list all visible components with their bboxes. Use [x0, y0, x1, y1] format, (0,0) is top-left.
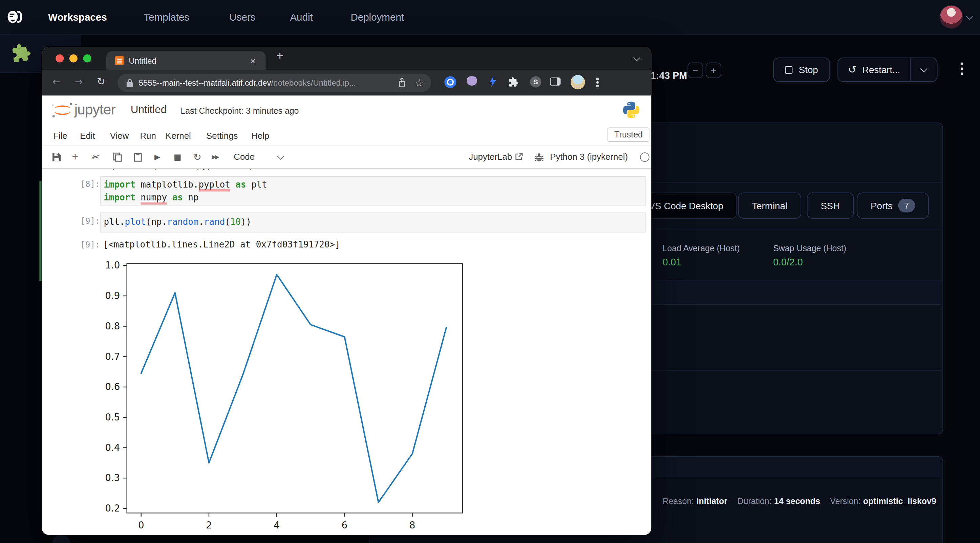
- debugger-bug-icon[interactable]: [535, 152, 544, 162]
- add-cell-button[interactable]: +: [72, 146, 78, 168]
- stat-value: 0.0/2.0: [773, 257, 803, 268]
- menu-help[interactable]: Help: [251, 125, 269, 146]
- forward-button[interactable]: →: [75, 76, 83, 87]
- external-link-icon[interactable]: [515, 152, 523, 160]
- kernel-status-icon: [640, 152, 649, 162]
- side-panel-icon[interactable]: [550, 78, 560, 86]
- workspace-time: 11:43 PM: [646, 70, 687, 81]
- zoom-out-button[interactable]: −: [687, 63, 703, 78]
- run-cell-button[interactable]: ▶: [154, 146, 160, 168]
- new-tab-button[interactable]: +: [276, 49, 284, 63]
- stop-workspace-button[interactable]: Stop: [773, 57, 830, 82]
- save-button[interactable]: [52, 146, 61, 168]
- stat-value: 0.01: [662, 257, 681, 268]
- browser-tab[interactable]: Untitled ×: [106, 51, 266, 70]
- reload-button[interactable]: ↻: [97, 76, 105, 87]
- notebook-title[interactable]: Untitled: [131, 103, 167, 116]
- octocat-extension-icon[interactable]: [467, 76, 477, 86]
- lock-icon: [126, 79, 133, 87]
- tab-title: Untitled: [129, 51, 156, 70]
- nav-item-deployment[interactable]: Deployment: [350, 0, 404, 35]
- svg-text:4: 4: [274, 520, 280, 531]
- copy-cells-button[interactable]: [113, 146, 122, 168]
- svg-text:0: 0: [138, 520, 144, 531]
- window-zoom-button[interactable]: [83, 54, 91, 63]
- browser-profile-avatar[interactable]: [571, 75, 585, 89]
- menu-view[interactable]: View: [110, 125, 129, 146]
- restart-run-all-button[interactable]: ▶▶: [212, 146, 218, 168]
- svg-text:0.2: 0.2: [105, 503, 120, 514]
- code-cell-8[interactable]: import matplotlib.pyplot as pltimport nu…: [100, 176, 646, 205]
- avatar-chevron-down-icon[interactable]: [966, 13, 973, 20]
- nav-item-audit[interactable]: Audit: [290, 0, 313, 35]
- svg-text:0.4: 0.4: [105, 442, 120, 453]
- chevron-down-icon: [920, 65, 928, 73]
- kebab-menu-icon: [961, 67, 963, 70]
- restart-options-button[interactable]: [911, 58, 937, 81]
- build-duration: Duration:14 seconds: [738, 497, 820, 506]
- svg-text:8: 8: [409, 520, 415, 531]
- menu-settings[interactable]: Settings: [206, 125, 238, 146]
- menu-edit[interactable]: Edit: [80, 125, 95, 146]
- save-icon: [52, 152, 61, 162]
- paste-icon: [134, 152, 142, 162]
- puzzle-extension-icon: [8, 42, 34, 64]
- coder-logo-icon[interactable]: [6, 8, 23, 26]
- extensions-puzzle-icon[interactable]: [508, 77, 519, 87]
- workspace-menu-button[interactable]: [958, 60, 966, 78]
- ports-button[interactable]: Ports 7: [857, 192, 929, 219]
- build-reason: Reason:initiator: [662, 497, 727, 506]
- jupyter-header: jupyter Untitled Last Checkpoint: 3 minu…: [42, 95, 652, 125]
- s-badge-extension-icon[interactable]: S: [530, 76, 541, 87]
- terminal-button[interactable]: Terminal: [738, 192, 801, 219]
- stat-label: Load Average (Host): [662, 244, 740, 253]
- menu-kernel[interactable]: Kernel: [165, 125, 191, 146]
- paste-cells-button[interactable]: [134, 146, 142, 168]
- partially-scrolled-cell: import matplotlib.pyplot as plt: [102, 169, 590, 173]
- nav-item-templates[interactable]: Templates: [144, 0, 189, 35]
- tab-close-icon[interactable]: ×: [250, 56, 255, 66]
- ports-count-badge: 7: [898, 199, 915, 213]
- notebook-content: import matplotlib.pyplot as plt [8]: imp…: [42, 168, 652, 535]
- cell-output-text: [<matplotlib.lines.Line2D at 0x7fd03f191…: [103, 239, 340, 249]
- build-meta-row: Reason:initiator Duration:14 seconds Ver…: [662, 497, 936, 506]
- code-cell-9[interactable]: plt.plot(np.random.rand(10)): [100, 213, 646, 233]
- share-icon[interactable]: [397, 78, 406, 88]
- nav-item-workspaces[interactable]: Workspaces: [48, 0, 107, 35]
- trusted-button[interactable]: Trusted: [608, 128, 649, 142]
- lightning-extension-icon[interactable]: [488, 76, 497, 87]
- tab-search-chevron-icon[interactable]: [633, 54, 640, 61]
- cut-cells-button[interactable]: ✂: [91, 146, 100, 168]
- nav-item-users[interactable]: Users: [229, 0, 255, 35]
- address-bar[interactable]: 5555--main--test--matifali.atif.cdr.dev/…: [118, 74, 431, 92]
- svg-text:0.8: 0.8: [105, 321, 120, 332]
- back-button[interactable]: ←: [52, 76, 61, 87]
- code-editor[interactable]: plt.plot(np.random.rand(10)): [100, 213, 645, 228]
- menu-run[interactable]: Run: [140, 125, 156, 146]
- onepassword-extension-icon[interactable]: [444, 76, 456, 88]
- restart-workspace-button[interactable]: ↺ Restart...: [837, 57, 938, 82]
- input-prompt: [9]:: [73, 216, 100, 226]
- cell-type-chevron-icon[interactable]: [278, 146, 283, 168]
- zoom-in-button[interactable]: +: [706, 63, 721, 78]
- browser-menu-button[interactable]: [594, 78, 600, 87]
- interrupt-kernel-button[interactable]: ■: [174, 146, 181, 168]
- cell-type-dropdown[interactable]: Code: [234, 146, 255, 168]
- window-close-button[interactable]: [56, 54, 64, 63]
- svg-text:0.3: 0.3: [105, 472, 120, 483]
- user-avatar[interactable]: [940, 6, 963, 28]
- menu-file[interactable]: File: [53, 125, 67, 146]
- kernel-name[interactable]: Python 3 (ipykernel): [550, 146, 628, 168]
- background-element: [52, 535, 70, 543]
- restart-icon: ↺: [848, 64, 857, 76]
- top-navbar: Workspaces Templates Users Audit Deploym…: [0, 0, 980, 35]
- code-editor[interactable]: import matplotlib.pyplot as pltimport nu…: [100, 177, 645, 203]
- bookmark-star-icon[interactable]: ☆: [415, 77, 424, 89]
- window-minimize-button[interactable]: [69, 54, 78, 63]
- open-jupyterlab-link[interactable]: JupyterLab: [469, 146, 512, 168]
- browser-toolbar: ← → ↻ 5555--main--test--matifali.atif.cd…: [42, 70, 652, 96]
- restart-kernel-button[interactable]: ↻: [193, 146, 202, 168]
- url-path: /notebooks/Untitled.ip...: [271, 78, 356, 88]
- browser-window: Untitled × + ← → ↻ 5555--main--test--mat…: [42, 47, 652, 535]
- ssh-button[interactable]: SSH: [807, 192, 854, 219]
